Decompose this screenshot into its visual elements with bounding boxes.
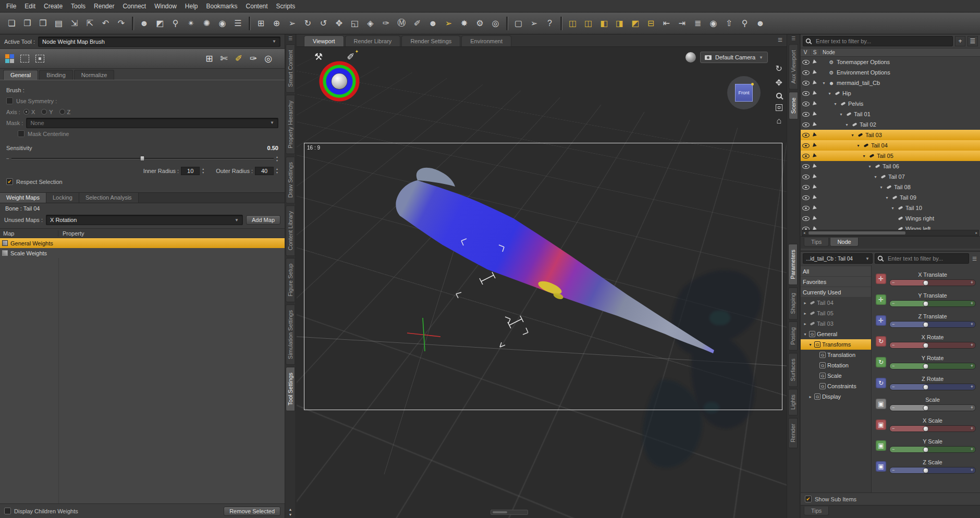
slider-nudge-plus[interactable]: + bbox=[971, 447, 973, 452]
parameter-nav-item[interactable]: ▸ Display bbox=[801, 391, 871, 402]
toolbar-icon[interactable]: ≣ bbox=[690, 16, 705, 31]
expander-icon[interactable]: ▸ bbox=[808, 394, 813, 399]
dock-tab[interactable]: Surfaces bbox=[788, 353, 798, 387]
toolbar-icon[interactable]: ⊟ bbox=[643, 16, 658, 31]
scroll-up-icon[interactable]: ▲ bbox=[289, 508, 292, 511]
slider-nudge-plus[interactable]: + bbox=[971, 405, 973, 410]
slider-handle[interactable] bbox=[923, 405, 928, 411]
parameter-nav-item[interactable]: ▾ Transforms bbox=[801, 339, 871, 350]
toolbar-icon[interactable] bbox=[249, 17, 250, 30]
slider-nudge-plus[interactable]: + bbox=[971, 280, 973, 285]
viewport-tab[interactable]: Environment bbox=[461, 35, 511, 46]
weight-map-tab[interactable]: Locking bbox=[46, 193, 79, 203]
dock-tab[interactable]: Tool Settings bbox=[286, 367, 295, 411]
toolbar-icon[interactable]: ▤ bbox=[51, 16, 66, 31]
sensitivity-slider[interactable] bbox=[11, 158, 274, 159]
toolbar-icon[interactable]: ◱ bbox=[347, 16, 362, 31]
toolbar-icon[interactable]: ◨ bbox=[612, 16, 627, 31]
map-column-header[interactable]: Map bbox=[0, 230, 58, 237]
add-filter-button[interactable]: + bbox=[955, 36, 965, 46]
toolbar-icon[interactable]: ⚲ bbox=[168, 16, 183, 31]
slider-nudge-plus[interactable]: + bbox=[971, 468, 973, 473]
outer-radius-input[interactable]: 40 bbox=[255, 167, 274, 175]
slider-nudge-minus[interactable]: − bbox=[892, 426, 895, 431]
expander-icon[interactable]: ▾ bbox=[862, 154, 866, 158]
smooth-brush-icon[interactable]: ✄ bbox=[220, 53, 227, 64]
slider-nudge-plus[interactable]: + bbox=[971, 301, 973, 306]
axis-radio[interactable]: X bbox=[23, 109, 35, 115]
menu-item[interactable]: File bbox=[2, 1, 20, 11]
inner-radius-stepper[interactable]: ▲▼ bbox=[202, 167, 204, 174]
selectability-toggle[interactable] bbox=[811, 154, 819, 158]
pane-menu-icon[interactable]: ☰ bbox=[967, 36, 978, 46]
slider-nudge-minus[interactable]: − bbox=[892, 364, 895, 368]
sphere-gradient-icon[interactable]: ◎ bbox=[264, 53, 272, 64]
dock-tab[interactable]: Simulation Settings bbox=[286, 304, 295, 365]
selectability-toggle[interactable] bbox=[811, 81, 819, 85]
slider-track[interactable]: − + bbox=[889, 279, 976, 286]
toolbar-icon[interactable] bbox=[560, 17, 562, 30]
tool-panel-tab[interactable]: General bbox=[3, 70, 38, 80]
slider-handle[interactable] bbox=[923, 363, 928, 369]
menu-item[interactable]: Help bbox=[181, 1, 202, 11]
slider-nudge-plus[interactable]: + bbox=[971, 426, 973, 431]
unused-maps-dropdown[interactable]: X Rotation ▼ bbox=[46, 215, 243, 225]
dock-tab[interactable]: Figure Setup bbox=[286, 258, 295, 302]
scene-subpane-tab[interactable]: Node bbox=[830, 238, 858, 246]
expander-icon[interactable]: ▾ bbox=[867, 164, 872, 169]
show-sub-items-checkbox[interactable]: ✔ bbox=[805, 496, 812, 502]
toolbar-icon[interactable]: ➢ bbox=[526, 16, 542, 31]
scene-filter-input[interactable] bbox=[803, 36, 953, 46]
add-map-button[interactable]: Add Map bbox=[246, 215, 280, 225]
toolbar-icon[interactable]: ✺ bbox=[199, 16, 214, 31]
slider-nudge-plus[interactable]: + bbox=[971, 322, 973, 327]
toolbar-icon[interactable]: ▢ bbox=[511, 16, 526, 31]
toolbar-icon[interactable]: ☻ bbox=[753, 16, 768, 31]
selectability-toggle[interactable] bbox=[811, 143, 819, 147]
dock-tab[interactable]: Scene bbox=[789, 92, 798, 119]
toolbar-icon[interactable]: ◉ bbox=[706, 16, 721, 31]
expander-icon[interactable]: ▾ bbox=[850, 133, 855, 138]
menu-item[interactable]: Connect bbox=[118, 1, 150, 11]
toolbar-icon[interactable]: ✥ bbox=[332, 16, 347, 31]
scroll-right-icon[interactable]: ▸ bbox=[975, 231, 977, 235]
viewport-tab[interactable]: Render Library bbox=[345, 35, 401, 46]
toolbar-icon[interactable]: ✸ bbox=[457, 16, 472, 31]
dock-tab[interactable]: Posing bbox=[788, 322, 798, 351]
slider-handle[interactable] bbox=[923, 467, 928, 473]
slider-track[interactable]: − + bbox=[889, 404, 976, 411]
menu-item[interactable]: Render bbox=[90, 1, 118, 11]
weight-map-row[interactable]: Scale Weights bbox=[0, 248, 285, 258]
marquee-select-icon[interactable] bbox=[20, 55, 29, 63]
dock-tab[interactable]: Draw Settings bbox=[286, 156, 295, 203]
slider-handle[interactable] bbox=[923, 301, 928, 306]
sensitivity-slider-handle[interactable] bbox=[140, 156, 145, 161]
expander-icon[interactable]: ▾ bbox=[890, 206, 895, 211]
selectability-toggle[interactable] bbox=[811, 175, 819, 179]
pan-icon[interactable]: ✥ bbox=[776, 79, 782, 87]
parameter-nav-item[interactable]: All bbox=[801, 266, 871, 277]
axis-radio[interactable]: Z bbox=[59, 109, 71, 115]
respect-selection-checkbox[interactable]: ✔ bbox=[6, 178, 13, 185]
pane-menu-icon[interactable]: ☰ bbox=[288, 36, 292, 41]
slider-track[interactable]: − + bbox=[889, 425, 976, 432]
scene-node-row[interactable]: Wings right bbox=[801, 213, 980, 224]
visibility-toggle[interactable] bbox=[801, 81, 811, 85]
visibility-toggle[interactable] bbox=[801, 195, 811, 200]
expander-icon[interactable]: ▾ bbox=[879, 185, 884, 190]
scroll-left-icon[interactable]: ◂ bbox=[803, 231, 805, 235]
weight-map-tab[interactable]: Weight Maps bbox=[0, 193, 46, 203]
toolbar-icon[interactable]: ➢ bbox=[285, 16, 300, 31]
scene-node-row[interactable]: ▾ Tail 06 bbox=[801, 161, 980, 171]
scene-node-row[interactable]: ▾ Tail 07 bbox=[801, 171, 980, 182]
selectability-toggle[interactable] bbox=[811, 70, 819, 75]
menu-item[interactable]: Window bbox=[150, 1, 181, 11]
frame-view-icon[interactable] bbox=[776, 104, 782, 111]
visibility-toggle[interactable] bbox=[801, 91, 811, 96]
toolbar-icon[interactable]: ✐ bbox=[410, 16, 425, 31]
zoom-icon[interactable] bbox=[776, 93, 782, 98]
toolbar-icon[interactable]: ↻ bbox=[300, 16, 315, 31]
slider-track[interactable]: − + bbox=[889, 363, 976, 369]
slider-handle[interactable] bbox=[923, 280, 928, 286]
selectability-toggle[interactable] bbox=[811, 112, 819, 116]
